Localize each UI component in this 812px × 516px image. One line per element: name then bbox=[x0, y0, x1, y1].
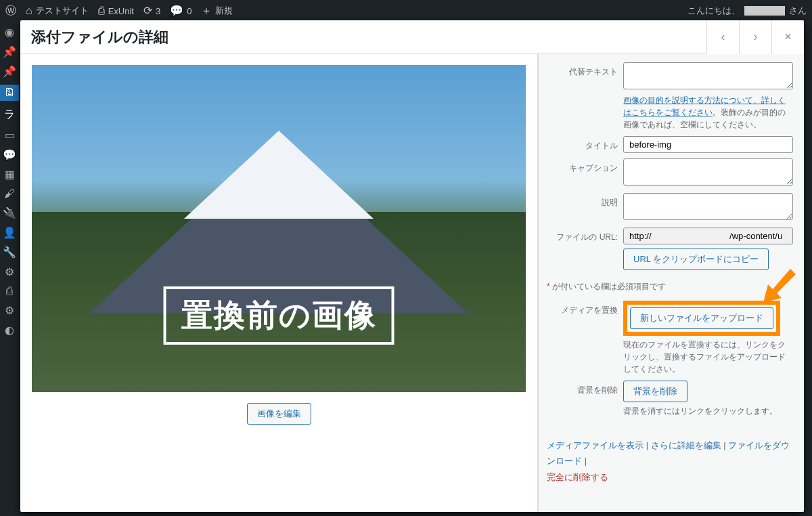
file-url-input[interactable] bbox=[623, 228, 793, 244]
modal-header: 添付ファイルの詳細 ‹ › × bbox=[20, 20, 804, 54]
upload-new-file-button[interactable]: 新しいファイルをアップロード bbox=[630, 307, 773, 329]
exunit-icon: ⎙ bbox=[98, 5, 105, 16]
comments2-icon[interactable]: ▭ bbox=[5, 129, 15, 142]
remove-background-button[interactable]: 背景を削除 bbox=[623, 381, 687, 402]
removebg-help: 背景を消すにはリンクをクリックします。 bbox=[623, 405, 793, 417]
alt-text-label: 代替テキスト bbox=[547, 62, 618, 78]
title-input[interactable] bbox=[623, 136, 793, 153]
description-label: 説明 bbox=[547, 193, 618, 209]
copy-url-button[interactable]: URL をクリップボードにコピー bbox=[623, 249, 769, 270]
attachment-preview: 置換前の画像 画像を編集 bbox=[20, 54, 538, 512]
home-icon: ⌂ bbox=[26, 5, 32, 16]
exunit2-icon[interactable]: ⎙ bbox=[6, 285, 13, 297]
next-button[interactable]: › bbox=[739, 20, 771, 54]
caption-input[interactable] bbox=[623, 158, 793, 186]
grid-icon[interactable]: ▦ bbox=[5, 168, 15, 181]
chat-icon[interactable]: 💬 bbox=[3, 148, 16, 161]
replace-help: 現在のファイルを置換するには、リンクをクリックし、置換するファイルをアップロード… bbox=[623, 339, 793, 375]
greeting: こんにちは、 bbox=[687, 5, 740, 17]
pin-icon[interactable]: 📌 bbox=[3, 45, 16, 58]
tools-icon[interactable]: 🔧 bbox=[3, 246, 16, 259]
attachment-details-modal: 添付ファイルの詳細 ‹ › × 置換前の画像 画像を編集 代替テキスト 画像の目… bbox=[20, 20, 804, 512]
appearance-icon[interactable]: 🖌 bbox=[4, 188, 15, 200]
attachment-image: 置換前の画像 bbox=[32, 65, 526, 392]
caption-label: キャプション bbox=[547, 158, 618, 174]
image-overlay-caption: 置換前の画像 bbox=[164, 286, 394, 345]
modal-title: 添付ファイルの詳細 bbox=[31, 27, 168, 47]
prev-button[interactable]: ‹ bbox=[706, 20, 739, 54]
close-button[interactable]: × bbox=[771, 20, 804, 54]
edit-image-button[interactable]: 画像を編集 bbox=[247, 403, 311, 425]
site-name: テストサイト bbox=[36, 5, 89, 17]
replace-media-label: メディアを置換 bbox=[547, 301, 618, 316]
edit-more-link[interactable]: さらに詳細を編集 bbox=[651, 440, 721, 450]
wordpress-icon: ⓦ bbox=[5, 5, 16, 16]
site-link[interactable]: ⌂テストサイト bbox=[26, 5, 89, 17]
dashboard-icon[interactable]: ◉ bbox=[5, 26, 14, 39]
users-icon[interactable]: 👤 bbox=[3, 226, 16, 239]
plus-icon: ＋ bbox=[201, 5, 212, 16]
attachment-actions: メディアファイルを表示 | さらに詳細を編集 | ファイルをダウンロード | 完… bbox=[547, 431, 793, 485]
alt-text-input[interactable] bbox=[623, 62, 793, 89]
updates-link[interactable]: ⟳3 bbox=[143, 5, 160, 16]
comments-link[interactable]: 💬0 bbox=[170, 5, 191, 16]
greeting-suffix: さん bbox=[789, 5, 807, 17]
new-link[interactable]: ＋新規 bbox=[201, 5, 233, 17]
removebg-label: 背景を削除 bbox=[547, 381, 618, 396]
admin-bar: ⓦ ⌂テストサイト ⎙ExUnit ⟳3 💬0 ＋新規 こんにちは、 さん bbox=[0, 0, 812, 22]
collapse-icon[interactable]: ◐ bbox=[5, 324, 14, 337]
gear2-icon[interactable]: ⚙ bbox=[5, 304, 14, 317]
refresh-icon: ⟳ bbox=[143, 5, 152, 16]
delete-permanently-link[interactable]: 完全に削除する bbox=[547, 472, 608, 482]
wp-logo[interactable]: ⓦ bbox=[5, 5, 16, 16]
attachment-details-sidebar: 代替テキスト 画像の目的を説明する方法について、詳しくはこちらをご覧ください。装… bbox=[538, 54, 804, 512]
required-note: * が付いている欄は必須項目です bbox=[547, 281, 793, 293]
title-label: タイトル bbox=[547, 136, 618, 152]
comment-icon: 💬 bbox=[170, 5, 183, 16]
exunit-link[interactable]: ⎙ExUnit bbox=[98, 5, 134, 16]
pin2-icon[interactable]: 📌 bbox=[3, 65, 16, 78]
admin-menu: ◉ 📌 📌 🖻 ラ ▭ 💬 ▦ 🖌 🔌 👤 🔧 ⚙ ⎙ ⚙ ◐ bbox=[0, 22, 19, 516]
pages-icon[interactable]: ラ bbox=[4, 108, 15, 122]
view-media-link[interactable]: メディアファイルを表示 bbox=[547, 440, 644, 450]
description-input[interactable] bbox=[623, 193, 793, 220]
plugins-icon[interactable]: 🔌 bbox=[3, 207, 16, 219]
highlight-annotation: 新しいファイルをアップロード bbox=[623, 301, 780, 336]
media-icon[interactable]: 🖻 bbox=[0, 85, 19, 101]
settings-icon[interactable]: ⚙ bbox=[5, 265, 14, 278]
file-url-label: ファイルの URL: bbox=[547, 228, 618, 243]
username-redacted bbox=[744, 6, 785, 16]
